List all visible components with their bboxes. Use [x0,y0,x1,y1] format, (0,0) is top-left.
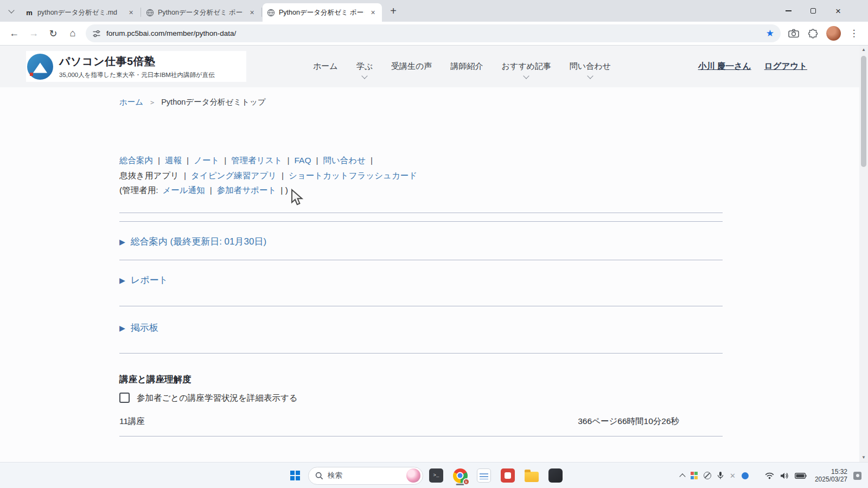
user-name-link[interactable]: 小川 慶一さん [698,61,751,72]
separator: | [210,185,212,195]
separator: | [158,156,160,165]
home-button[interactable]: ⌂ [63,24,82,43]
label-admin-prefix: (管理者用: [119,185,158,195]
microphone-icon[interactable] [717,471,724,480]
section-report[interactable]: ▶レポート [119,260,723,306]
taskbar-clock[interactable]: 15:32 2025/03/27 [815,468,847,484]
nav-item-testimonials[interactable]: 受講生の声 [382,61,441,72]
browser-menu-icon[interactable]: ⋮ [845,25,863,42]
separator: | [316,156,318,165]
link-note[interactable]: ノート [194,156,219,165]
profile-avatar[interactable] [826,26,841,41]
breadcrumb-home-link[interactable]: ホーム [119,98,143,106]
url-text[interactable]: forum.pc5bai.com/member/python-data/ [106,29,762,37]
nav-item-contact[interactable]: 問い合わせ [560,61,620,72]
chevron-down-icon [8,7,14,13]
scroll-down-arrow[interactable]: ▼ [859,453,868,462]
browser-tab-1[interactable]: m pythonデータ分析ゼミ.md × [21,3,140,22]
do-not-disturb-icon[interactable] [704,472,711,479]
taskbar-app-chrome[interactable]: k [449,465,471,486]
screenshot-camera-icon[interactable] [785,25,802,42]
taskbar-app-notes[interactable] [473,465,495,486]
globe-favicon-icon [146,9,154,17]
nav-item-instructors[interactable]: 講師紹介 [441,61,492,72]
browser-toolbar: ← → ↻ ⌂ forum.pc5bai.com/member/python-d… [0,22,868,46]
taskbar-app-explorer[interactable] [521,465,542,486]
logo-text: パソコン仕事5倍塾 35,000人を指導した東大卒・元日本IBM社内講師が直伝 [59,54,215,79]
start-button[interactable] [284,465,306,486]
logout-link[interactable]: ログアウト [764,61,807,72]
section-title-keijiban[interactable]: 掲示板 [131,323,158,333]
link-kanrisha-list[interactable]: 管理者リスト [231,156,282,165]
reload-button[interactable]: ↻ [44,24,62,43]
course-count: 11講座 [119,415,145,427]
link-toiawase[interactable]: 問い合わせ [323,156,366,165]
link-sankasha-support[interactable]: 参加者サポート [217,185,277,195]
extensions-icon[interactable] [805,25,822,42]
search-highlight-icon[interactable] [406,468,420,483]
tab-search-button[interactable] [4,4,18,19]
tray-expand-icon[interactable] [679,473,685,479]
link-sogo-annai[interactable]: 総合案内 [119,156,153,165]
bookmark-star-icon[interactable]: ★ [766,28,774,39]
site-settings-icon[interactable] [92,29,101,38]
link-typing-app[interactable]: タイピング練習アプリ [191,171,277,180]
wifi-icon[interactable] [765,472,774,479]
dark-app-icon [548,468,563,483]
tab-close-icon[interactable]: × [126,8,136,17]
divider [119,436,723,436]
label-ikinuki-app: 息抜き用アプリ [119,171,179,180]
tab-close-icon[interactable]: × [368,8,378,17]
notification-tray-icon[interactable] [853,472,861,480]
address-bar[interactable]: forum.pc5bai.com/member/python-data/ ★ [86,24,781,42]
section-title-sogo-annai[interactable]: 総合案内 (最終更新日: 01月30日) [131,236,266,247]
site-logo[interactable]: パソコン仕事5倍塾 35,000人を指導した東大卒・元日本IBM社内講師が直伝 [26,51,246,82]
section-keijiban[interactable]: ▶掲示板 [119,306,723,354]
forward-button[interactable]: → [24,24,43,43]
windows-logo-icon [290,471,300,480]
separator: | [187,156,189,165]
link-shortcut-flashcard[interactable]: ショートカットフラッシュカード [289,171,417,180]
volume-icon[interactable] [780,472,789,479]
close-button[interactable]: × [826,0,851,22]
scrollbar-thumb[interactable] [861,56,866,167]
tray-x-icon[interactable]: ✕ [730,472,736,479]
link-shuho[interactable]: 週報 [165,156,182,165]
separator: | [184,171,186,180]
taskbar-search[interactable]: 検索 [308,467,423,485]
section-sogo-annai[interactable]: ▶総合案内 (最終更新日: 01月30日) [119,222,723,260]
detail-display-checkbox-row[interactable]: 参加者ごとの講座学習状況を詳細表示する [119,392,723,403]
main-content: 総合案内|週報|ノート|管理者リスト|FAQ|問い合わせ| 息抜き用アプリ|タイ… [119,153,723,436]
detail-display-checkbox[interactable] [119,393,130,403]
search-icon [315,472,323,480]
windows-taskbar: 検索 >_ k ✕ [0,462,868,488]
link-faq[interactable]: FAQ [294,156,311,165]
divider [119,213,723,213]
tray-blue-icon[interactable] [742,472,749,479]
browser-tab-active[interactable]: Pythonデータ分析ゼミ ポータルトッ × [263,3,382,22]
tab-title: Pythonデータ分析ゼミ ポータルトッ [279,8,365,17]
clock-time: 15:32 [815,468,847,476]
page-viewport: パソコン仕事5倍塾 35,000人を指導した東大卒・元日本IBM社内講師が直伝 … [0,46,868,462]
page-scrollbar[interactable]: ▲ ▼ [859,46,868,462]
browser-tab-2[interactable]: Pythonデータ分析ゼミ ポータルトッ × [142,3,261,22]
maximize-button[interactable] [801,0,826,22]
nav-item-articles[interactable]: おすすめ記事 [492,61,560,72]
tab-close-icon[interactable]: × [247,8,257,17]
scroll-up-arrow[interactable]: ▲ [859,46,868,54]
back-button[interactable]: ← [5,24,23,43]
nav-item-home[interactable]: ホーム [304,61,347,72]
taskbar-app-terminal[interactable]: >_ [425,465,447,486]
taskbar-center: 検索 >_ k [284,463,566,488]
minimize-button[interactable] [776,0,801,22]
breadcrumb-separator: ＞ [149,98,156,106]
link-mail-tsuchi[interactable]: メール通知 [162,185,205,195]
taskbar-app-dark[interactable] [545,465,566,486]
section-title-report[interactable]: レポート [131,275,168,285]
red-app-icon [501,468,515,483]
nav-item-learn[interactable]: 学ぶ [347,61,382,72]
tray-grid-icon[interactable] [691,472,698,479]
taskbar-app-red[interactable] [497,465,519,486]
battery-icon[interactable] [795,473,807,479]
new-tab-button[interactable]: + [386,3,401,18]
